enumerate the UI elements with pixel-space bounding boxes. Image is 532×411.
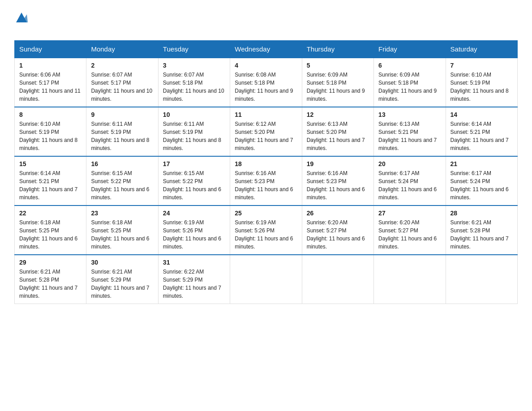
calendar-cell: 2Sunrise: 6:07 AMSunset: 5:17 PMDaylight… [86, 58, 158, 107]
header-saturday: Saturday [446, 41, 517, 58]
day-number: 23 [91, 210, 153, 217]
day-info: Sunrise: 6:21 AMSunset: 5:28 PMDaylight:… [19, 268, 82, 300]
calendar-cell [446, 255, 517, 304]
header-monday: Monday [86, 41, 158, 58]
calendar-table: SundayMondayTuesdayWednesdayThursdayFrid… [14, 40, 518, 304]
day-number: 3 [163, 62, 225, 69]
calendar-cell: 17Sunrise: 6:15 AMSunset: 5:22 PMDayligh… [158, 156, 230, 206]
day-info: Sunrise: 6:12 AMSunset: 5:20 PMDaylight:… [235, 120, 297, 152]
day-info: Sunrise: 6:16 AMSunset: 5:23 PMDaylight:… [235, 169, 297, 201]
day-info: Sunrise: 6:17 AMSunset: 5:24 PMDaylight:… [378, 169, 441, 201]
day-info: Sunrise: 6:18 AMSunset: 5:25 PMDaylight:… [19, 218, 82, 251]
calendar-cell: 30Sunrise: 6:21 AMSunset: 5:29 PMDayligh… [86, 255, 158, 304]
day-number: 4 [235, 62, 297, 69]
calendar-cell: 26Sunrise: 6:20 AMSunset: 5:27 PMDayligh… [302, 206, 373, 255]
day-info: Sunrise: 6:22 AMSunset: 5:29 PMDaylight:… [163, 268, 225, 300]
day-info: Sunrise: 6:07 AMSunset: 5:17 PMDaylight:… [91, 71, 153, 103]
calendar-cell [374, 255, 446, 304]
calendar-cell: 4Sunrise: 6:08 AMSunset: 5:18 PMDaylight… [230, 58, 302, 107]
calendar-cell: 5Sunrise: 6:09 AMSunset: 5:18 PMDaylight… [302, 58, 373, 107]
day-number: 6 [378, 62, 441, 69]
day-info: Sunrise: 6:11 AMSunset: 5:19 PMDaylight:… [163, 120, 225, 152]
day-number: 19 [307, 160, 369, 167]
calendar-cell: 23Sunrise: 6:18 AMSunset: 5:25 PMDayligh… [86, 206, 158, 255]
calendar-cell: 20Sunrise: 6:17 AMSunset: 5:24 PMDayligh… [374, 156, 446, 206]
calendar-cell: 16Sunrise: 6:15 AMSunset: 5:22 PMDayligh… [86, 156, 158, 206]
header-friday: Friday [374, 41, 446, 58]
day-number: 22 [19, 210, 82, 217]
calendar-cell: 24Sunrise: 6:19 AMSunset: 5:26 PMDayligh… [158, 206, 230, 255]
day-number: 26 [307, 210, 369, 217]
day-number: 20 [378, 160, 441, 167]
day-info: Sunrise: 6:09 AMSunset: 5:18 PMDaylight:… [378, 71, 441, 103]
day-info: Sunrise: 6:14 AMSunset: 5:21 PMDaylight:… [450, 120, 513, 152]
day-info: Sunrise: 6:10 AMSunset: 5:19 PMDaylight:… [450, 71, 513, 103]
day-number: 11 [235, 111, 297, 118]
calendar-week-row: 1Sunrise: 6:06 AMSunset: 5:17 PMDaylight… [15, 58, 518, 107]
day-number: 5 [307, 62, 369, 69]
day-number: 21 [450, 160, 513, 167]
calendar-cell: 25Sunrise: 6:19 AMSunset: 5:26 PMDayligh… [230, 206, 302, 255]
page-header [14, 11, 518, 35]
calendar-cell: 8Sunrise: 6:10 AMSunset: 5:19 PMDaylight… [15, 107, 86, 156]
day-info: Sunrise: 6:20 AMSunset: 5:27 PMDaylight:… [378, 218, 441, 251]
day-info: Sunrise: 6:16 AMSunset: 5:23 PMDaylight:… [307, 169, 369, 201]
day-number: 18 [235, 160, 297, 167]
header-wednesday: Wednesday [230, 41, 302, 58]
calendar-week-row: 22Sunrise: 6:18 AMSunset: 5:25 PMDayligh… [15, 206, 518, 255]
day-info: Sunrise: 6:21 AMSunset: 5:29 PMDaylight:… [91, 268, 153, 300]
day-number: 17 [163, 160, 225, 167]
calendar-cell: 27Sunrise: 6:20 AMSunset: 5:27 PMDayligh… [374, 206, 446, 255]
day-number: 1 [19, 62, 82, 69]
calendar-cell: 10Sunrise: 6:11 AMSunset: 5:19 PMDayligh… [158, 107, 230, 156]
logo-triangle-icon [15, 11, 28, 23]
day-number: 8 [19, 111, 82, 118]
day-number: 15 [19, 160, 82, 167]
calendar-cell: 9Sunrise: 6:11 AMSunset: 5:19 PMDaylight… [86, 107, 158, 156]
day-number: 29 [19, 259, 82, 266]
day-info: Sunrise: 6:18 AMSunset: 5:25 PMDaylight:… [91, 218, 153, 251]
day-info: Sunrise: 6:07 AMSunset: 5:18 PMDaylight:… [163, 71, 225, 103]
calendar-cell: 12Sunrise: 6:13 AMSunset: 5:20 PMDayligh… [302, 107, 373, 156]
day-number: 27 [378, 210, 441, 217]
day-info: Sunrise: 6:20 AMSunset: 5:27 PMDaylight:… [307, 218, 369, 251]
day-info: Sunrise: 6:09 AMSunset: 5:18 PMDaylight:… [307, 71, 369, 103]
calendar-cell: 6Sunrise: 6:09 AMSunset: 5:18 PMDaylight… [374, 58, 446, 107]
calendar-cell [230, 255, 302, 304]
day-number: 30 [91, 259, 153, 266]
calendar-cell: 11Sunrise: 6:12 AMSunset: 5:20 PMDayligh… [230, 107, 302, 156]
day-number: 14 [450, 111, 513, 118]
calendar-cell: 21Sunrise: 6:17 AMSunset: 5:24 PMDayligh… [446, 156, 517, 206]
calendar-week-row: 29Sunrise: 6:21 AMSunset: 5:28 PMDayligh… [15, 255, 518, 304]
calendar-cell: 28Sunrise: 6:21 AMSunset: 5:28 PMDayligh… [446, 206, 517, 255]
calendar-cell: 29Sunrise: 6:21 AMSunset: 5:28 PMDayligh… [15, 255, 86, 304]
calendar-cell: 13Sunrise: 6:13 AMSunset: 5:21 PMDayligh… [374, 107, 446, 156]
calendar-cell: 31Sunrise: 6:22 AMSunset: 5:29 PMDayligh… [158, 255, 230, 304]
calendar-header-row: SundayMondayTuesdayWednesdayThursdayFrid… [15, 41, 518, 58]
day-number: 10 [163, 111, 225, 118]
day-info: Sunrise: 6:10 AMSunset: 5:19 PMDaylight:… [19, 120, 82, 152]
day-number: 13 [378, 111, 441, 118]
day-info: Sunrise: 6:06 AMSunset: 5:17 PMDaylight:… [19, 71, 82, 103]
calendar-cell [302, 255, 373, 304]
calendar-cell: 7Sunrise: 6:10 AMSunset: 5:19 PMDaylight… [446, 58, 517, 107]
day-info: Sunrise: 6:13 AMSunset: 5:20 PMDaylight:… [307, 120, 369, 152]
logo-wordmark [14, 11, 28, 23]
day-number: 12 [307, 111, 369, 118]
day-number: 9 [91, 111, 153, 118]
day-info: Sunrise: 6:17 AMSunset: 5:24 PMDaylight:… [450, 169, 513, 201]
calendar-cell: 19Sunrise: 6:16 AMSunset: 5:23 PMDayligh… [302, 156, 373, 206]
calendar-cell: 3Sunrise: 6:07 AMSunset: 5:18 PMDaylight… [158, 58, 230, 107]
calendar-week-row: 8Sunrise: 6:10 AMSunset: 5:19 PMDaylight… [15, 107, 518, 156]
day-number: 31 [163, 259, 225, 266]
calendar-cell: 15Sunrise: 6:14 AMSunset: 5:21 PMDayligh… [15, 156, 86, 206]
calendar-cell: 22Sunrise: 6:18 AMSunset: 5:25 PMDayligh… [15, 206, 86, 255]
calendar-cell: 14Sunrise: 6:14 AMSunset: 5:21 PMDayligh… [446, 107, 517, 156]
day-info: Sunrise: 6:19 AMSunset: 5:26 PMDaylight:… [235, 218, 297, 251]
day-info: Sunrise: 6:11 AMSunset: 5:19 PMDaylight:… [91, 120, 153, 152]
day-number: 2 [91, 62, 153, 69]
day-info: Sunrise: 6:19 AMSunset: 5:26 PMDaylight:… [163, 218, 225, 251]
day-number: 7 [450, 62, 513, 69]
logo [14, 11, 28, 35]
day-number: 24 [163, 210, 225, 217]
